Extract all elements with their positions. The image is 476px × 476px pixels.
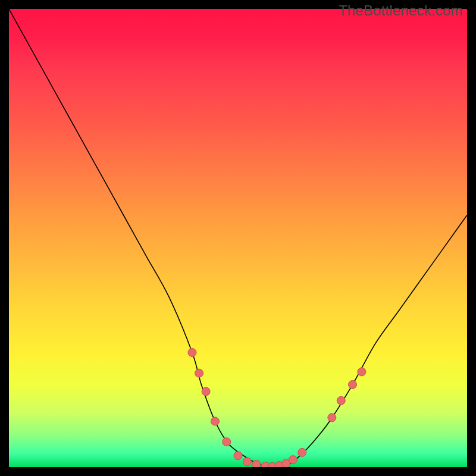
data-marker — [358, 368, 366, 376]
data-marker — [195, 369, 203, 377]
data-marker — [243, 458, 251, 466]
data-marker — [202, 387, 210, 396]
data-marker — [328, 414, 336, 422]
plot-area — [9, 9, 467, 467]
watermark-text: TheBottleneck.com — [339, 2, 463, 19]
data-marker — [349, 380, 357, 389]
data-marker — [289, 456, 297, 464]
data-marker — [298, 448, 306, 456]
data-marker — [188, 349, 196, 357]
chart-container: TheBottleneck.com — [0, 0, 476, 476]
data-marker — [211, 417, 220, 425]
data-marker — [223, 438, 231, 446]
data-marker — [252, 460, 261, 467]
marker-layer — [9, 9, 467, 467]
data-marker — [337, 396, 345, 405]
data-marker — [234, 452, 242, 460]
